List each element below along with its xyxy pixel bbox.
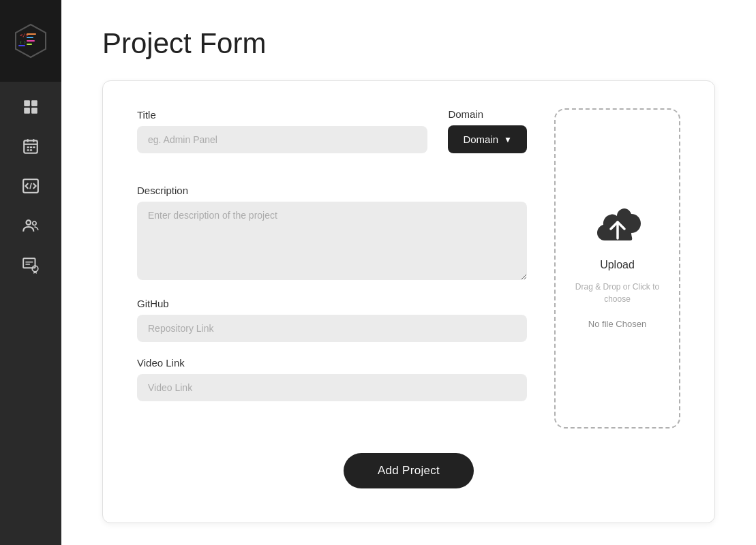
certificate-icon [22,256,40,274]
svg-rect-20 [30,149,32,151]
description-textarea[interactable] [137,202,527,280]
team-icon [22,217,40,234]
description-field-group: Description [137,185,527,283]
sidebar-item-dashboard[interactable] [9,89,52,125]
upload-cloud-icon [594,208,641,248]
svg-rect-5 [27,37,33,38]
svg-point-24 [33,221,36,225]
title-input[interactable] [137,126,427,153]
svg-rect-8 [24,100,30,106]
title-label: Title [137,109,427,121]
github-label: GitHub [137,298,527,309]
dashboard-icon [22,98,40,116]
page-container: Project Form Title Domain Domain [61,0,756,545]
svg-rect-3 [18,45,25,46]
add-project-button[interactable]: Add Project [344,453,474,488]
svg-point-23 [27,220,31,225]
sidebar: </> { } [0,0,61,545]
logo: </> { } [0,0,61,82]
calendar-icon [22,138,40,155]
upload-label: Upload [600,259,635,271]
upload-hint: Drag & Drop or Click to choose [569,281,665,305]
github-input[interactable] [137,315,527,342]
form-right: Upload Drag & Drop or Click to choose No… [554,108,680,429]
sidebar-item-code[interactable] [9,168,52,204]
no-file-text: No file Chosen [588,319,646,329]
upload-icon-wrap [594,208,641,251]
sidebar-item-certificate[interactable] [9,247,52,283]
caret-icon: ▼ [504,135,512,144]
svg-rect-18 [33,146,35,148]
video-input[interactable] [137,374,527,401]
domain-label: Domain [448,108,527,120]
add-btn-row: Add Project [137,453,680,488]
svg-rect-19 [27,149,29,151]
svg-rect-10 [24,108,30,114]
domain-button[interactable]: Domain ▼ [448,125,527,153]
title-field-group: Title [137,109,427,153]
form-top-row: Title Domain Domain ▼ [137,108,527,168]
domain-field-group: Domain Domain ▼ [448,108,527,153]
main-content: Project Form Title Domain Domain [61,0,756,545]
sidebar-item-team[interactable] [9,207,52,244]
form-left: Title Domain Domain ▼ De [137,108,527,429]
github-field-group: GitHub [137,298,527,342]
page-title: Project Form [102,27,715,60]
svg-rect-16 [27,146,29,148]
svg-rect-11 [31,108,37,114]
description-label: Description [137,185,527,196]
svg-rect-7 [27,44,32,45]
sidebar-nav [0,82,61,290]
svg-rect-17 [30,146,32,148]
video-field-group: Video Link [137,357,527,401]
upload-area[interactable]: Upload Drag & Drop or Click to choose No… [554,108,680,429]
sidebar-item-calendar[interactable] [9,128,52,165]
svg-rect-9 [31,100,37,106]
svg-text:{ }: { } [20,40,26,44]
svg-rect-6 [27,40,35,42]
form-layout: Title Domain Domain ▼ De [137,108,680,429]
form-card: Title Domain Domain ▼ De [102,80,715,523]
svg-line-22 [30,183,31,189]
logo-icon: </> { } [13,23,48,59]
svg-rect-4 [27,33,36,35]
video-label: Video Link [137,357,527,369]
code-icon [22,177,40,195]
